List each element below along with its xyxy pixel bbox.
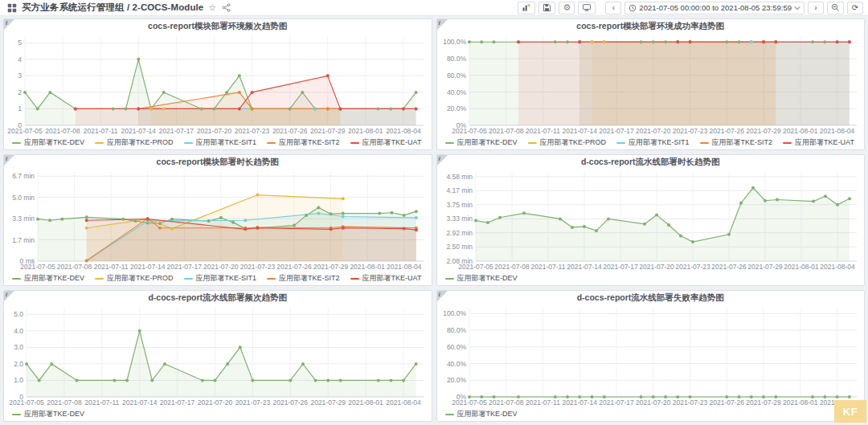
legend-item[interactable]: 应用部署TKE-SIT1 bbox=[184, 273, 257, 284]
svg-text:2021-07-11: 2021-07-11 bbox=[84, 127, 118, 135]
breadcrumb[interactable]: 买方业务系统运行管理组 / 2-COCS-Module bbox=[22, 2, 203, 14]
legend-item[interactable]: 应用部署TKE-DEV bbox=[12, 409, 84, 419]
legend-item[interactable]: 应用部署TKE-DEV bbox=[445, 273, 518, 284]
dashboard-grid-icon[interactable] bbox=[6, 2, 17, 13]
chart-deploy-duration[interactable]: 0 ms1.7 min3.3 min5.0 min6.7 min2021-07-… bbox=[4, 168, 432, 272]
time-range-label: 2021-07-05 00:00:00 to 2021-08-05 23:59:… bbox=[639, 3, 792, 12]
refresh-button[interactable]: ⟳ bbox=[847, 2, 863, 14]
legend-series-dash bbox=[445, 278, 454, 280]
panel-info-corner[interactable]: i bbox=[437, 291, 448, 301]
panel-title[interactable]: d-cocs-report流水线部署频次趋势图 bbox=[4, 291, 432, 304]
panel-info-corner[interactable]: i bbox=[437, 155, 448, 166]
share-icon[interactable] bbox=[221, 2, 231, 13]
svg-text:2021-07-05: 2021-07-05 bbox=[20, 263, 55, 271]
svg-text:2021-07-20: 2021-07-20 bbox=[636, 127, 671, 135]
chevron-down-icon bbox=[794, 6, 800, 10]
panel-title[interactable]: d-cocs-report流水线部署失败率趋势图 bbox=[437, 291, 865, 304]
chart-pipeline-frequency[interactable]: 01.02.03.04.05.02021-07-052021-07-082021… bbox=[4, 304, 432, 407]
legend-item[interactable]: 应用部署TKE-UAT bbox=[350, 137, 422, 148]
svg-text:2021-07-20: 2021-07-20 bbox=[197, 127, 232, 135]
legend-series-label: 应用部署TKE-UAT bbox=[362, 273, 422, 284]
svg-text:2021-07-23: 2021-07-23 bbox=[675, 263, 710, 271]
svg-text:2021-07-23: 2021-07-23 bbox=[672, 127, 707, 135]
panel-title[interactable]: cocs-report模块部署时长趋势图 bbox=[4, 155, 432, 168]
svg-text:4.0: 4.0 bbox=[14, 327, 23, 335]
svg-text:100.0%: 100.0% bbox=[443, 38, 466, 46]
legend-item[interactable]: 应用部署TKE-SIT1 bbox=[616, 137, 690, 148]
add-panel-button[interactable] bbox=[518, 2, 535, 14]
legend-series-dash bbox=[267, 278, 276, 280]
legend-series-dash bbox=[445, 414, 454, 415]
svg-text:2021-07-14: 2021-07-14 bbox=[121, 127, 157, 135]
legend-series-dash bbox=[350, 142, 359, 144]
legend: 应用部署TKE-DEV应用部署TKE-PROD应用部署TKE-SIT1应用部署T… bbox=[4, 136, 432, 149]
svg-text:2.0: 2.0 bbox=[14, 360, 23, 368]
svg-text:40.0%: 40.0% bbox=[446, 360, 466, 368]
svg-text:2021-07-11: 2021-07-11 bbox=[526, 127, 560, 135]
legend-series-dash bbox=[95, 278, 104, 280]
legend-item[interactable]: 应用部署TKE-DEV bbox=[12, 273, 84, 284]
legend-series-label: 应用部署TKE-PROD bbox=[107, 273, 174, 284]
svg-text:2021-07-29: 2021-07-29 bbox=[310, 398, 346, 407]
svg-text:2021-07-11: 2021-07-11 bbox=[84, 398, 119, 407]
panel-title[interactable]: d-cocs-report流水线部署时长趋势图 bbox=[437, 155, 865, 168]
star-icon[interactable]: ☆ bbox=[208, 3, 216, 12]
legend-item[interactable]: 应用部署TKE-PROD bbox=[95, 137, 174, 148]
svg-text:2021-07-29: 2021-07-29 bbox=[746, 398, 781, 407]
svg-text:3: 3 bbox=[18, 72, 22, 80]
svg-text:20.0%: 20.0% bbox=[446, 104, 466, 112]
legend-item[interactable]: 应用部署TKE-DEV bbox=[12, 137, 84, 148]
time-forward-button[interactable]: › bbox=[808, 2, 824, 14]
legend-series-label: 应用部署TKE-PROD bbox=[540, 137, 607, 148]
legend-item[interactable]: 应用部署TKE-SIT2 bbox=[267, 137, 340, 148]
time-range-picker[interactable]: 2021-07-05 00:00:00 to 2021-08-05 23:59:… bbox=[624, 2, 805, 14]
svg-text:2021-08-01: 2021-08-01 bbox=[350, 263, 385, 271]
chart-env-frequency[interactable]: 0123452021-07-052021-07-082021-07-112021… bbox=[4, 32, 432, 136]
chart-pipeline-duration[interactable]: 2.08 min2.50 min2.92 min3.33 min3.75 min… bbox=[437, 168, 865, 272]
svg-text:3.3 min: 3.3 min bbox=[12, 215, 35, 223]
svg-text:2021-07-08: 2021-07-08 bbox=[47, 398, 82, 407]
legend-item[interactable]: 应用部署TKE-SIT2 bbox=[700, 137, 773, 148]
panel-cocs-report-env-success-rate: i cocs-report模块部署环境成功率趋势图 0%20.0%40.0%60… bbox=[436, 18, 866, 150]
tv-mode-button[interactable] bbox=[578, 2, 596, 14]
legend-item[interactable]: 应用部署TKE-DEV bbox=[445, 137, 518, 148]
svg-text:80.0%: 80.0% bbox=[446, 326, 466, 334]
legend-series-label: 应用部署TKE-SIT2 bbox=[712, 137, 773, 148]
svg-text:2021-07-08: 2021-07-08 bbox=[489, 127, 524, 135]
panel-title[interactable]: cocs-report模块部署环境频次趋势图 bbox=[4, 19, 432, 32]
chart-pipeline-failure-rate[interactable]: 0%20.0%40.0%60.0%80.0%100.0%2021-07-0520… bbox=[437, 304, 865, 407]
legend-series-dash bbox=[783, 142, 792, 144]
legend-series-label: 应用部署TKE-UAT bbox=[795, 137, 854, 148]
panel-title[interactable]: cocs-report模块部署环境成功率趋势图 bbox=[437, 19, 865, 32]
legend-item[interactable]: 应用部署TKE-DEV bbox=[445, 409, 518, 419]
svg-text:1.7 min: 1.7 min bbox=[12, 236, 35, 244]
chart-env-success-rate[interactable]: 0%20.0%40.0%60.0%80.0%100.0%2021-07-0520… bbox=[437, 32, 865, 136]
svg-text:2021-07-20: 2021-07-20 bbox=[636, 398, 671, 407]
panel-info-corner[interactable]: i bbox=[4, 19, 14, 30]
svg-text:2021-07-17: 2021-07-17 bbox=[159, 127, 194, 135]
panel-info-corner[interactable]: i bbox=[4, 155, 14, 166]
zoom-out-button[interactable] bbox=[827, 2, 844, 14]
legend: 应用部署TKE-DEV应用部署TKE-PROD应用部署TKE-SIT1应用部署T… bbox=[4, 272, 432, 285]
panel-info-corner[interactable]: i bbox=[4, 291, 14, 301]
legend-series-label: 应用部署TKE-DEV bbox=[457, 273, 518, 284]
svg-text:2021-07-23: 2021-07-23 bbox=[672, 398, 707, 407]
panel-info-corner[interactable]: i bbox=[437, 19, 448, 30]
legend-item[interactable]: 应用部署TKE-UAT bbox=[350, 273, 422, 284]
svg-text:2021-07-11: 2021-07-11 bbox=[94, 263, 129, 271]
legend-item[interactable]: 应用部署TKE-PROD bbox=[95, 273, 174, 284]
save-dashboard-button[interactable] bbox=[538, 2, 555, 14]
legend-item[interactable]: 应用部署TKE-UAT bbox=[783, 137, 854, 148]
legend-item[interactable]: 应用部署TKE-PROD bbox=[528, 137, 607, 148]
legend-item[interactable]: 应用部署TKE-SIT2 bbox=[267, 273, 340, 284]
svg-text:2021-08-01: 2021-08-01 bbox=[783, 398, 818, 407]
settings-gear-button[interactable]: ⚙ bbox=[559, 2, 575, 14]
panel-cocs-report-deploy-duration: i cocs-report模块部署时长趋势图 0 ms1.7 min3.3 mi… bbox=[3, 154, 432, 286]
svg-text:60.0%: 60.0% bbox=[446, 72, 466, 80]
time-back-button[interactable]: ‹ bbox=[605, 2, 621, 14]
legend-item[interactable]: 应用部署TKE-SIT1 bbox=[184, 137, 257, 148]
legend-series-label: 应用部署TKE-PROD bbox=[107, 137, 174, 148]
legend: 应用部署TKE-DEV bbox=[4, 407, 432, 421]
svg-text:2021-07-05: 2021-07-05 bbox=[7, 127, 43, 135]
legend-series-label: 应用部署TKE-SIT2 bbox=[279, 137, 340, 148]
